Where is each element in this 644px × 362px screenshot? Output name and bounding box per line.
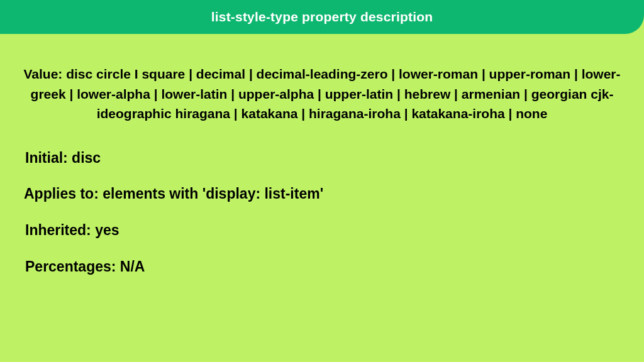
inherited-row: Inherited: yes bbox=[25, 221, 629, 240]
value-description: Value: disc circle I square | decimal | … bbox=[20, 64, 624, 124]
content-area: Value: disc circle I square | decimal | … bbox=[0, 34, 644, 277]
header-bar: list-style-type property description bbox=[0, 0, 644, 34]
applies-to-row: Applies to: elements with 'display: list… bbox=[24, 185, 629, 204]
percentages-row: Percentages: N/A bbox=[25, 258, 629, 277]
header-title: list-style-type property description bbox=[211, 9, 433, 25]
initial-row: Initial: disc bbox=[25, 149, 629, 168]
